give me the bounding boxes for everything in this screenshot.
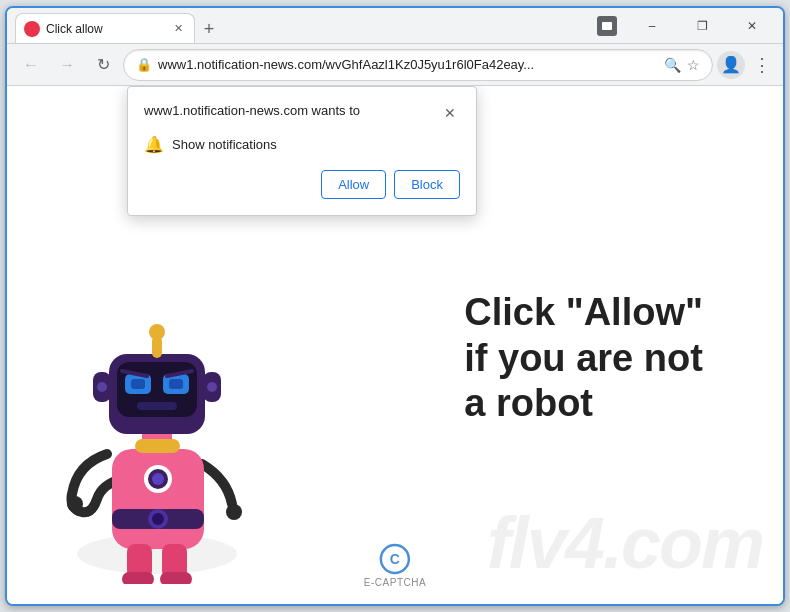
- robot-illustration: [47, 264, 267, 584]
- svg-point-26: [149, 324, 165, 340]
- svg-point-2: [226, 504, 242, 520]
- address-bar[interactable]: 🔒 www1.notification-news.com/wvGhfAazl1K…: [123, 49, 713, 81]
- popup-permission: 🔔 Show notifications: [144, 135, 460, 154]
- url-text: www1.notification-news.com/wvGhfAazl1Kz0…: [158, 57, 658, 72]
- svg-rect-3: [112, 449, 204, 549]
- menu-button[interactable]: ⋮: [749, 50, 775, 80]
- page-text-line2: if you are not: [464, 336, 703, 382]
- svg-rect-22: [169, 379, 183, 389]
- new-tab-button[interactable]: +: [195, 15, 223, 43]
- back-button[interactable]: ←: [15, 49, 47, 81]
- watermark: flv4.com: [487, 502, 763, 584]
- block-button[interactable]: Block: [394, 170, 460, 199]
- reload-button[interactable]: ↻: [87, 49, 119, 81]
- svg-point-30: [207, 382, 217, 392]
- active-tab[interactable]: Click allow ✕: [15, 13, 195, 43]
- page-text-line3: a robot: [464, 381, 703, 427]
- svg-rect-13: [160, 572, 192, 584]
- page-text-line1: Click "Allow": [464, 290, 703, 336]
- permission-text: Show notifications: [172, 137, 277, 152]
- search-icon[interactable]: 🔍: [664, 57, 681, 73]
- profile-button[interactable]: 👤: [717, 51, 745, 79]
- nav-bar: ← → ↻ 🔒 www1.notification-news.com/wvGhf…: [7, 44, 783, 86]
- bookmark-icon[interactable]: ☆: [687, 57, 700, 73]
- click-allow-text: Click "Allow" if you are not a robot: [464, 290, 703, 427]
- svg-text:C: C: [390, 551, 400, 567]
- tab-title: Click allow: [46, 22, 164, 36]
- svg-point-29: [97, 382, 107, 392]
- tab-favicon: [24, 21, 40, 37]
- close-button[interactable]: ✕: [729, 8, 775, 44]
- ecaptcha-label: E-CAPTCHA: [364, 577, 426, 588]
- ecaptcha-branding: C E-CAPTCHA: [364, 543, 426, 588]
- popup-buttons: Allow Block: [144, 170, 460, 199]
- svg-rect-12: [122, 572, 154, 584]
- svg-rect-24: [137, 402, 177, 410]
- popup-close-button[interactable]: ✕: [440, 103, 460, 123]
- svg-point-1: [67, 496, 83, 512]
- bell-icon: 🔔: [144, 135, 164, 154]
- svg-point-9: [152, 473, 164, 485]
- title-bar: Click allow ✕ + – ❐ ✕: [7, 8, 783, 44]
- window-controls: – ❐ ✕: [629, 8, 775, 44]
- svg-point-6: [152, 513, 164, 525]
- svg-rect-15: [135, 439, 180, 453]
- lock-icon: 🔒: [136, 57, 152, 72]
- page-content: www1.notification-news.com wants to ✕ 🔔 …: [7, 86, 783, 604]
- allow-button[interactable]: Allow: [321, 170, 386, 199]
- forward-button[interactable]: →: [51, 49, 83, 81]
- tab-close-button[interactable]: ✕: [170, 21, 186, 37]
- popup-header: www1.notification-news.com wants to ✕: [144, 103, 460, 123]
- svg-rect-19: [131, 379, 145, 389]
- tab-strip: Click allow ✕ +: [15, 8, 597, 43]
- popup-title: www1.notification-news.com wants to: [144, 103, 360, 118]
- notification-popup: www1.notification-news.com wants to ✕ 🔔 …: [127, 86, 477, 216]
- maximize-button[interactable]: ❐: [679, 8, 725, 44]
- minimize-button[interactable]: –: [629, 8, 675, 44]
- browser-window: Click allow ✕ + – ❐ ✕ ← → ↻ 🔒 www1.notif…: [5, 6, 785, 606]
